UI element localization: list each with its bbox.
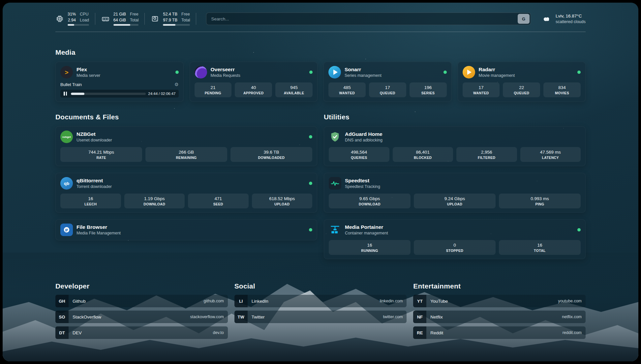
- service-name: Sonarr: [345, 67, 382, 73]
- cpu-usage-bar: [68, 24, 89, 26]
- service-card-portainer[interactable]: Media Portainer Container management 16 …: [324, 219, 586, 259]
- service-name: AdGuard Home: [345, 131, 382, 137]
- youtube-icon: YT: [413, 295, 426, 307]
- stat-tile-stopped: 0 STOPPED: [414, 240, 496, 255]
- weather-widget: Lviv, 16.87°C scattered clouds: [541, 14, 586, 24]
- status-dot: [309, 182, 312, 185]
- service-description: Media File Management: [76, 231, 121, 235]
- service-card-sonarr[interactable]: Sonarr Series management 485 WANTED: [323, 62, 452, 102]
- playback-progress-bar[interactable]: [71, 93, 146, 95]
- section-entertainment: Entertainment YT YouTube youtube.com NF …: [413, 282, 586, 339]
- service-description: DNS and adblocking: [345, 138, 382, 142]
- cpu-load-value: 2.94: [68, 18, 76, 23]
- service-name: NZBGet: [76, 131, 112, 137]
- service-name: qBittorrent: [76, 178, 112, 184]
- service-name: File Browser: [76, 224, 121, 230]
- service-card-qbittorrent[interactable]: qb qBittorrent Torrent downloader 16: [55, 173, 317, 213]
- sonarr-icon: [328, 66, 341, 78]
- stat-tile-movies: 834 MOVIES: [543, 82, 581, 97]
- status-dot: [309, 71, 313, 74]
- stat-tile-queued: 17 QUEUED: [369, 82, 406, 97]
- service-card-radarr[interactable]: Radarr Movie management 17 WANTED 2: [458, 62, 586, 102]
- cloud-icon: [541, 15, 552, 23]
- service-description: Speedtest Tracking: [345, 184, 380, 189]
- status-dot: [309, 228, 312, 231]
- service-name: Plex: [76, 67, 100, 73]
- bookmark-linkedin[interactable]: LI LinkedIn linkedin.com: [234, 295, 407, 307]
- section-documents-files: Documents & Files nzbget NZBGet Usenet d…: [55, 113, 317, 240]
- service-name: Speedtest: [345, 178, 380, 184]
- service-description: Usenet downloader: [76, 138, 112, 142]
- bookmark-dev[interactable]: DT DEV dev.to: [55, 326, 228, 339]
- stat-tile-rate: 744.21 Mbps RATE: [60, 147, 142, 162]
- gear-icon[interactable]: ⚙: [174, 82, 179, 87]
- dashboard-window: 31% 2.94 CPU Load: [0, 0, 641, 364]
- qbittorrent-icon: qb: [60, 177, 73, 190]
- stat-tile-filtered: 2,956 FILTERED: [456, 147, 517, 162]
- adguard-shield-icon: [329, 131, 341, 143]
- stat-tile-queued: 22 QUEUED: [503, 82, 540, 97]
- radarr-icon: [463, 66, 475, 78]
- bookmark-youtube[interactable]: YT YouTube youtube.com: [413, 295, 586, 307]
- weather-location: Lviv, 16.87°C: [556, 14, 586, 18]
- stat-tile-running: 16 RUNNING: [329, 240, 411, 255]
- status-dot: [577, 228, 581, 231]
- disk-icon: [151, 15, 159, 23]
- bookmark-github[interactable]: GH Github github.com: [55, 295, 228, 307]
- stat-tile-leech: 16 LEECH: [60, 194, 121, 208]
- service-description: Series management: [345, 73, 382, 78]
- stat-tile-blocked: 86,401 BLOCKED: [393, 147, 453, 162]
- status-dot: [309, 135, 312, 138]
- service-card-nzbget[interactable]: nzbget NZBGet Usenet downloader 744.21 M…: [55, 126, 317, 166]
- system-widgets: 31% 2.94 CPU Load: [55, 12, 196, 26]
- status-dot: [577, 71, 581, 74]
- pause-button[interactable]: [62, 92, 69, 96]
- status-dot: [175, 71, 179, 74]
- cpu-label-bottom: Load: [80, 18, 89, 23]
- section-title-utilities: Utilities: [324, 113, 586, 121]
- section-title-social: Social: [234, 282, 407, 290]
- service-card-adguard[interactable]: AdGuard Home DNS and adblocking 498,564 …: [324, 126, 586, 166]
- service-description: Torrent downloader: [76, 184, 112, 189]
- disk-widget: 52.4 TB 97.9 TB Free Total: [145, 12, 196, 26]
- speedtest-pulse-icon: [329, 177, 341, 190]
- stat-tile-seed: 471 SEED: [188, 194, 249, 208]
- service-description: Media server: [76, 73, 100, 78]
- search-engine-button[interactable]: G: [518, 14, 530, 24]
- memory-icon: [101, 15, 110, 23]
- github-icon: GH: [55, 295, 69, 307]
- weather-condition: scattered clouds: [556, 19, 586, 24]
- service-card-filebrowser[interactable]: File Browser Media File Management: [55, 219, 317, 240]
- service-card-plex[interactable]: > Plex Media server Bullet Train ⚙: [55, 62, 184, 102]
- search-input[interactable]: [206, 13, 531, 25]
- cpu-label-top: CPU: [80, 12, 89, 17]
- filebrowser-icon: [60, 224, 73, 236]
- disk-total-value: 97.9 TB: [163, 18, 177, 23]
- stat-tile-series: 196 SERIES: [410, 82, 447, 97]
- bookmark-reddit[interactable]: RE Reddit reddit.com: [413, 326, 586, 339]
- bookmark-twitter[interactable]: TW Twitter twitter.com: [234, 311, 407, 323]
- service-description: Container management: [345, 231, 388, 235]
- section-utilities: Utilities A: [324, 113, 586, 259]
- netflix-icon: NF: [413, 311, 426, 323]
- stat-tile-available: 945 AVAILABLE: [275, 82, 313, 97]
- bookmark-netflix[interactable]: NF Netflix netflix.com: [413, 311, 586, 323]
- section-title-developer: Developer: [55, 282, 228, 290]
- overseerr-icon: [195, 66, 207, 78]
- stat-tile-wanted: 485 WANTED: [328, 82, 366, 97]
- service-name: Overseerr: [211, 67, 240, 73]
- stat-tile-downloaded: 39.6 TB DOWNLOADED: [230, 147, 312, 162]
- memory-label-top: Free: [130, 12, 138, 17]
- stat-tile-ping: 0.993 ms PING: [499, 194, 581, 208]
- top-bar: 31% 2.94 CPU Load: [55, 3, 586, 26]
- stat-tile-download: 9.65 Gbps DOWNLOAD: [329, 194, 411, 208]
- bookmark-stackoverflow[interactable]: SO StackOverflow stackoverflow.com: [55, 311, 228, 323]
- stat-tile-upload: 618.52 Mbps UPLOAD: [252, 194, 313, 208]
- section-social: Social LI LinkedIn linkedin.com TW Twitt…: [234, 282, 407, 339]
- service-name: Radarr: [479, 67, 515, 73]
- service-card-overseerr[interactable]: Overseerr Media Requests 21 PENDING: [190, 62, 318, 102]
- header-divider: [55, 32, 586, 32]
- stat-tile-latency: 47.569 ms LATENCY: [520, 147, 581, 162]
- service-card-speedtest[interactable]: Speedtest Speedtest Tracking 9.65 Gbps D…: [324, 173, 586, 213]
- plex-icon: >: [60, 66, 73, 78]
